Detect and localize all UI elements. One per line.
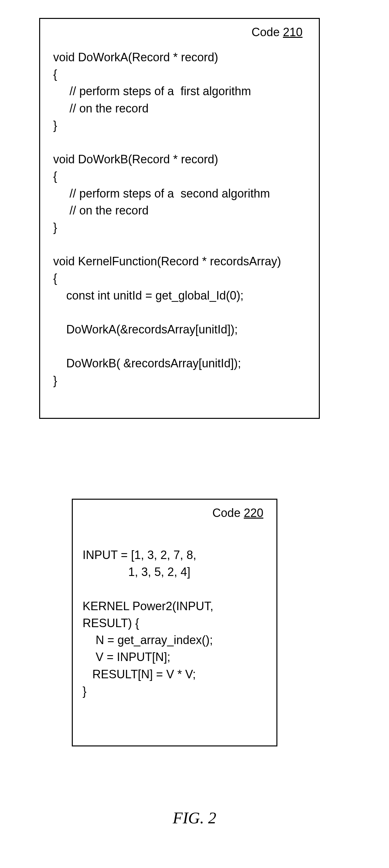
code-box-210-code: void DoWorkA(Record * record) { // perfo… (53, 49, 306, 389)
code-box-210: Code 210 void DoWorkA(Record * record) {… (39, 18, 320, 419)
code-box-210-label-num: 210 (283, 25, 303, 39)
code-box-220-label-num: 220 (244, 506, 263, 520)
code-box-220-label: Code 220 (83, 506, 267, 520)
code-box-210-label-prefix: Code (252, 25, 283, 39)
code-box-220-label-prefix: Code (213, 506, 244, 520)
code-box-220-code: INPUT = [1, 3, 2, 7, 8, 1, 3, 5, 2, 4] K… (83, 530, 267, 700)
code-box-220: Code 220 INPUT = [1, 3, 2, 7, 8, 1, 3, 5… (72, 499, 277, 746)
code-box-210-label: Code 210 (53, 25, 306, 39)
figure-label: FIG. 2 (0, 808, 389, 827)
